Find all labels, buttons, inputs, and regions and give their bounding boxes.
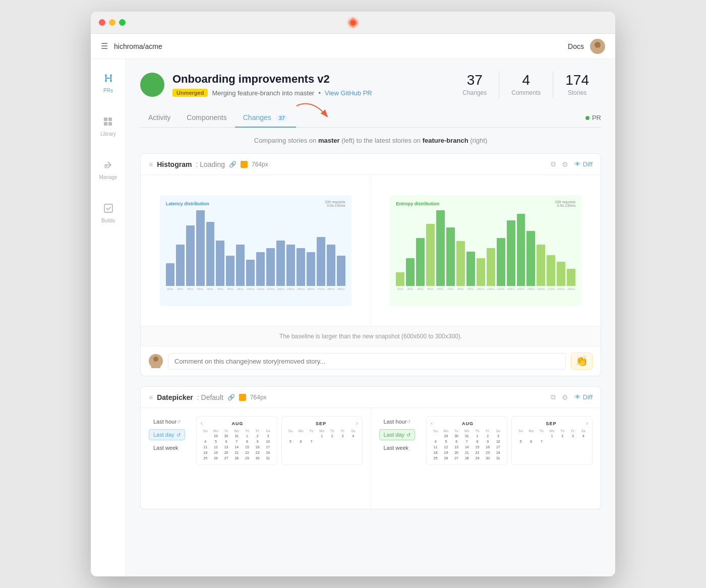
histogram-diff-btn[interactable]: 👁 Diff	[574, 160, 593, 168]
dp-right-aug-prev[interactable]: ‹	[431, 421, 432, 426]
calendar-day[interactable]: 21	[232, 450, 242, 455]
calendar-day[interactable]: 26	[441, 456, 451, 460]
dp-right-sep-next[interactable]: ›	[586, 421, 588, 426]
calendar-day[interactable]: 6	[296, 439, 306, 444]
calendar-day[interactable]: 3	[494, 434, 503, 438]
calendar-day[interactable]: 1	[317, 434, 327, 438]
calendar-day[interactable]: 14	[462, 445, 472, 449]
calendar-day[interactable]: 15	[473, 445, 482, 449]
calendar-day[interactable]: 1	[473, 434, 482, 438]
calendar-day[interactable]: 29	[211, 434, 221, 438]
calendar-day[interactable]: 27	[221, 456, 231, 460]
calendar-day[interactable]: 30	[253, 456, 262, 460]
calendar-day[interactable]: 29	[243, 456, 252, 460]
comment-input[interactable]	[168, 353, 566, 370]
calendar-day[interactable]: 19	[441, 450, 451, 455]
dp-right-last-hour[interactable]: Last hour ↺	[379, 416, 416, 427]
calendar-day[interactable]: 2	[327, 434, 337, 438]
emoji-button[interactable]: 👏	[571, 352, 593, 370]
dp-right-last-week[interactable]: Last week	[379, 442, 416, 453]
calendar-day[interactable]: 2	[558, 434, 567, 438]
calendar-day[interactable]: 1	[547, 434, 557, 438]
calendar-day[interactable]: 1	[243, 434, 252, 438]
sidebar-item-prs[interactable]: PRs	[98, 69, 119, 97]
calendar-day[interactable]: 20	[221, 450, 231, 455]
calendar-day[interactable]: 6	[221, 439, 231, 444]
calendar-day[interactable]: 14	[232, 445, 242, 449]
calendar-day[interactable]: 28	[462, 456, 472, 460]
calendar-day[interactable]: 6	[526, 439, 536, 444]
calendar-day[interactable]: 12	[211, 445, 221, 449]
calendar-day[interactable]: 15	[243, 445, 252, 449]
calendar-day[interactable]: 20	[452, 450, 461, 455]
calendar-day[interactable]: 16	[253, 445, 262, 449]
tab-pr[interactable]: PR	[585, 109, 601, 127]
tab-activity[interactable]: Activity	[140, 108, 179, 128]
calendar-day[interactable]: 23	[483, 450, 493, 455]
calendar-day[interactable]: 6	[452, 439, 461, 444]
tab-components[interactable]: Components	[179, 108, 234, 128]
minimize-button[interactable]	[109, 19, 115, 26]
calendar-day[interactable]: 2	[483, 434, 493, 438]
calendar-day[interactable]: 5	[441, 439, 451, 444]
calendar-day[interactable]: 18	[201, 450, 210, 455]
calendar-day[interactable]: 11	[201, 445, 210, 449]
calendar-day[interactable]: 24	[494, 450, 503, 455]
docs-link[interactable]: Docs	[568, 42, 584, 50]
histogram-copy-icon[interactable]: ⧉	[551, 160, 556, 168]
calendar-day[interactable]: 17	[494, 445, 503, 449]
calendar-day[interactable]: 7	[462, 439, 472, 444]
calendar-day[interactable]: 3	[338, 434, 347, 438]
calendar-day[interactable]: 11	[431, 445, 440, 449]
calendar-day[interactable]: 17	[263, 445, 273, 449]
dp-left-aug-prev[interactable]: ‹	[201, 421, 202, 426]
datepicker-link-icon[interactable]: 🔗	[227, 394, 235, 401]
calendar-day[interactable]: 30	[452, 434, 461, 438]
sidebar-item-manage[interactable]: Manage	[94, 156, 122, 184]
view-github-link[interactable]: View GitHub PR	[325, 89, 372, 97]
maximize-button[interactable]	[119, 19, 126, 26]
calendar-day[interactable]: 22	[243, 450, 252, 455]
calendar-day[interactable]: 4	[431, 439, 440, 444]
tab-changes[interactable]: Changes 37	[235, 108, 296, 128]
dp-right-last-day[interactable]: Last day ↺	[379, 429, 416, 440]
calendar-day[interactable]: 28	[232, 456, 242, 460]
calendar-day[interactable]: 26	[211, 456, 221, 460]
dp-left-sep-next[interactable]: ›	[356, 421, 358, 426]
calendar-day[interactable]: 25	[201, 456, 210, 460]
calendar-day[interactable]: 31	[462, 434, 472, 438]
dp-left-last-week[interactable]: Last week	[149, 442, 185, 453]
calendar-day[interactable]: 4	[201, 439, 210, 444]
calendar-day[interactable]: 2	[253, 434, 262, 438]
avatar[interactable]	[590, 39, 605, 54]
datepicker-settings-icon[interactable]: ⚙	[562, 393, 568, 401]
calendar-day[interactable]: 31	[494, 456, 503, 460]
calendar-day[interactable]: 13	[221, 445, 231, 449]
calendar-day[interactable]: 30	[221, 434, 231, 438]
calendar-day[interactable]: 7	[307, 439, 316, 444]
calendar-day[interactable]: 3	[568, 434, 578, 438]
datepicker-copy-icon[interactable]: ⧉	[551, 393, 556, 401]
calendar-day[interactable]: 16	[483, 445, 493, 449]
calendar-day[interactable]: 30	[483, 456, 493, 460]
calendar-day[interactable]: 7	[537, 439, 547, 444]
calendar-day[interactable]: 10	[494, 439, 503, 444]
datepicker-diff-btn[interactable]: 👁 Diff	[574, 393, 593, 401]
calendar-day[interactable]: 29	[473, 456, 482, 460]
calendar-day[interactable]: 4	[348, 434, 358, 438]
menu-icon[interactable]: ☰	[101, 41, 108, 51]
calendar-day[interactable]: 19	[211, 450, 221, 455]
calendar-day[interactable]: 9	[483, 439, 493, 444]
calendar-day[interactable]: 22	[473, 450, 482, 455]
calendar-day[interactable]: 5	[516, 439, 525, 444]
calendar-day[interactable]: 24	[263, 450, 273, 455]
calendar-day[interactable]: 4	[578, 434, 588, 438]
calendar-day[interactable]: 10	[263, 439, 273, 444]
calendar-day[interactable]: 21	[462, 450, 472, 455]
histogram-link-icon[interactable]: 🔗	[229, 161, 237, 168]
calendar-day[interactable]: 23	[253, 450, 262, 455]
calendar-day[interactable]: 12	[441, 445, 451, 449]
calendar-day[interactable]: 7	[232, 439, 242, 444]
calendar-day[interactable]: 8	[473, 439, 482, 444]
calendar-day[interactable]: 3	[263, 434, 273, 438]
